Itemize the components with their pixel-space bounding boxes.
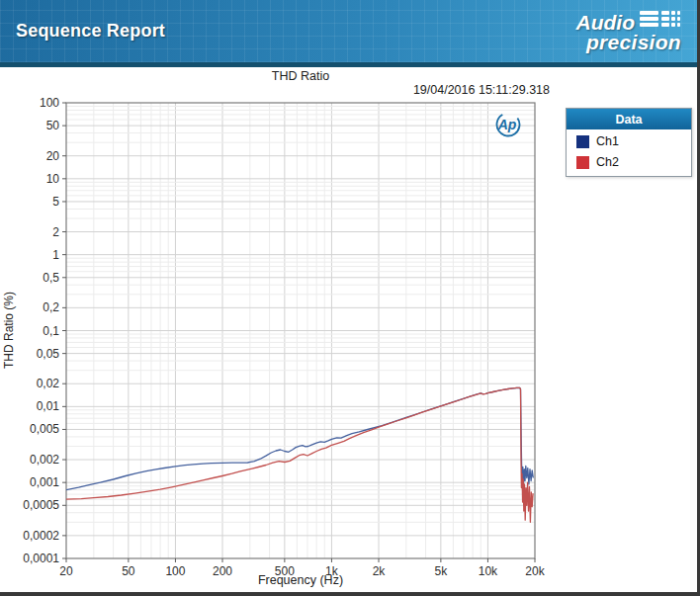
x-axis-label: Frequency (Hz) <box>66 573 535 587</box>
y-tick-label: 0,0001 <box>23 552 59 565</box>
audio-precision-logo: Audio precision <box>576 10 681 52</box>
legend-label-ch1: Ch1 <box>596 134 619 148</box>
legend-item-ch2: Ch2 <box>567 150 691 176</box>
y-tick-label: 0,05 <box>37 347 60 361</box>
y-tick-label: 0,005 <box>30 422 59 436</box>
y-tick-label: 0,001 <box>30 475 59 489</box>
y-tick-label: 2 <box>52 225 59 239</box>
y-tick-label: 0,002 <box>30 453 59 467</box>
y-tick-label: 1 <box>52 248 59 262</box>
legend-item-ch1: Ch1 <box>567 129 691 150</box>
y-tick-label: 0,5 <box>43 271 59 285</box>
y-tick-label: 0,02 <box>37 377 60 390</box>
y-tick-label: 0,1 <box>43 324 59 338</box>
sequence-report-page: Sequence Report Audio precision THD Rati <box>0 0 700 596</box>
y-tick-label: 10 <box>46 172 60 186</box>
y-tick-label: 0,2 <box>43 300 59 314</box>
ch1-color-swatch <box>576 135 589 148</box>
logo-text-precision: precision <box>586 32 681 52</box>
report-header-bar: Sequence Report Audio precision <box>0 0 697 67</box>
y-tick-label: 0,0002 <box>23 529 59 543</box>
legend-label-ch2: Ch2 <box>596 155 619 169</box>
legend: Data Ch1 Ch2 <box>566 108 692 177</box>
y-tick-label: 50 <box>46 119 60 132</box>
svg-text:Ap: Ap <box>497 117 517 132</box>
y-tick-label: 20 <box>46 149 60 163</box>
ch2-color-swatch <box>576 156 589 169</box>
y-tick-label: 0,0005 <box>23 498 59 512</box>
logo-text-audio: Audio <box>576 12 635 33</box>
y-axis-label: THD Ratio (%) <box>2 276 16 384</box>
y-tick-label: 100 <box>40 96 59 110</box>
y-tick-label: 0,01 <box>37 399 60 413</box>
y-tick-label: 5 <box>52 195 59 209</box>
report-body: THD Ratio 19/04/2016 15:11:29.318 205010… <box>0 67 700 592</box>
page-title: Sequence Report <box>16 21 165 42</box>
legend-title: Data <box>567 109 691 129</box>
